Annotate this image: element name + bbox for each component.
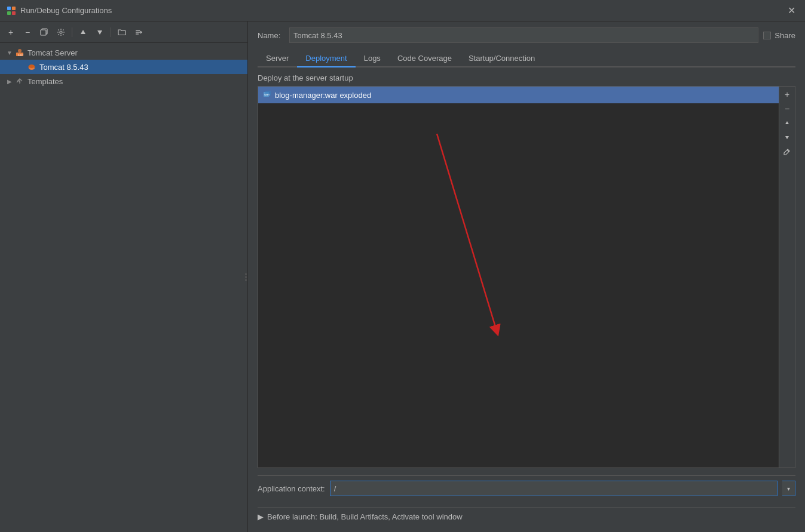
svg-point-13 [18,49,22,53]
app-context-dropdown[interactable]: ▾ [782,481,795,496]
deploy-item-icon: WAR [263,90,271,100]
deploy-side-buttons: + − [779,87,795,468]
svg-marker-22 [785,121,789,124]
svg-text:CAT: CAT [18,53,24,57]
share-label: Share [775,31,795,40]
add-button[interactable]: + [4,25,18,39]
tomcat-item-label: Tomcat 8.5.43 [39,63,88,72]
close-button[interactable]: ✕ [784,4,799,17]
svg-point-6 [60,31,62,33]
tomcat-server-icon: CAT [14,47,25,58]
name-input[interactable] [289,27,758,43]
app-context-label: Application context: [258,484,325,493]
before-launch-arrow: ▶ [258,512,264,521]
deploy-up-button[interactable] [780,116,794,130]
tree-tomcat-server-group[interactable]: ▼ CAT Tomcat Server [0,45,247,60]
resize-handle [244,272,247,282]
tomcat-item-icon [26,61,37,72]
resize-dot [245,273,247,275]
svg-rect-5 [41,30,46,35]
copy-button[interactable] [37,25,51,39]
resize-dot [245,276,247,278]
tree-templates[interactable]: ▶ Templates [0,74,247,88]
deploy-edit-button[interactable] [780,145,794,158]
deploy-item[interactable]: WAR blog-manager:war exploded [258,87,779,103]
svg-marker-7 [81,30,85,34]
tomcat-server-label: Tomcat Server [27,48,78,57]
up-button[interactable] [76,25,90,39]
before-launch-toggle[interactable]: ▶ Before launch: Build, Build Artifacts,… [258,512,795,521]
separator1 [72,27,72,37]
templates-icon [14,76,25,87]
tabs-bar: Server Deployment Logs Code Coverage Sta… [258,50,795,67]
share-area: Share [763,31,795,40]
tree-tomcat-item[interactable]: ▶ Tomcat 8.5.43 [0,60,247,74]
tab-logs[interactable]: Logs [356,50,389,67]
window-title: Run/Debug Configurations [20,6,784,15]
app-context-input[interactable] [330,481,778,496]
svg-rect-1 [12,7,16,10]
tab-startup-connection[interactable]: Startup/Connection [460,50,543,67]
tree-area: ▼ CAT Tomcat Server ▶ [0,43,247,532]
templates-label: Templates [27,77,63,86]
deploy-label: Deploy at the server startup [258,73,795,82]
deploy-add-button[interactable]: + [780,88,794,101]
name-label: Name: [258,31,284,40]
separator2 [111,27,111,37]
share-checkbox[interactable] [763,32,771,39]
deploy-item-label: blog-manager:war exploded [275,91,371,100]
tab-server[interactable]: Server [258,50,297,67]
deploy-list-area: WAR blog-manager:war exploded + − [258,86,795,468]
tab-code-coverage[interactable]: Code Coverage [389,50,460,67]
deployment-content: Deploy at the server startup WAR [258,73,795,526]
title-bar: Run/Debug Configurations ✕ [0,0,805,21]
before-launch: ▶ Before launch: Build, Build Artifacts,… [258,507,795,526]
svg-marker-8 [97,30,102,35]
main-container: + − [0,21,805,532]
svg-rect-2 [7,11,11,15]
deploy-down-button[interactable] [780,131,794,144]
before-launch-label: Before launch: Build, Build Artifacts, A… [267,512,463,521]
deploy-list: WAR blog-manager:war exploded [258,87,779,468]
toggle-tomcat-server[interactable]: ▼ [5,48,14,57]
svg-point-16 [29,64,35,68]
folder-button[interactable] [115,25,129,39]
svg-rect-3 [12,11,16,15]
toggle-templates[interactable]: ▶ [5,76,14,86]
svg-text:WAR: WAR [264,93,270,96]
right-panel: Name: Share Server Deployment Logs Code … [248,21,805,532]
left-panel: + − [0,21,248,532]
tab-deployment[interactable]: Deployment [297,50,355,67]
window-icon [6,5,17,16]
sort-button[interactable] [131,25,146,39]
svg-rect-0 [7,7,11,10]
remove-button[interactable]: − [20,25,35,39]
settings-button[interactable] [54,25,68,39]
toolbar: + − [0,21,247,43]
svg-marker-23 [785,136,789,139]
deploy-remove-button[interactable]: − [780,102,794,115]
down-button[interactable] [93,25,107,39]
name-row: Name: Share [258,27,795,43]
app-context-row: Application context: ▾ [258,475,795,501]
resize-dot [245,279,247,281]
